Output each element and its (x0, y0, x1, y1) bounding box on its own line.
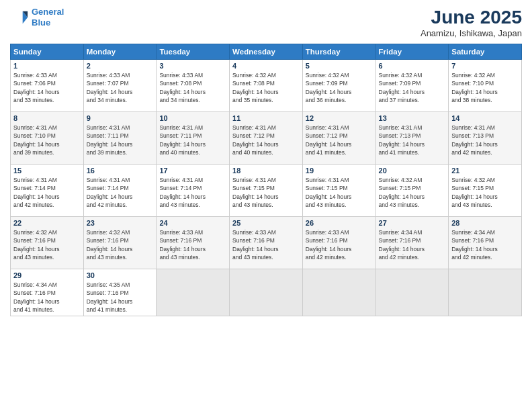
header: General Blue June 2025 Anamizu, Ishikawa… (10, 7, 522, 38)
day-number: 28 (451, 219, 519, 227)
calendar-cell: 8Sunrise: 4:31 AM Sunset: 7:10 PM Daylig… (11, 112, 84, 165)
day-info: Sunrise: 4:32 AM Sunset: 7:09 PM Dayligh… (379, 71, 446, 104)
col-tuesday: Tuesday (157, 44, 230, 60)
day-number: 21 (451, 167, 519, 175)
day-info: Sunrise: 4:31 AM Sunset: 7:12 PM Dayligh… (232, 124, 300, 156)
day-number: 3 (159, 62, 226, 70)
calendar-cell: 30Sunrise: 4:35 AM Sunset: 7:16 PM Dayli… (83, 269, 157, 316)
day-info: Sunrise: 4:31 AM Sunset: 7:15 PM Dayligh… (306, 176, 373, 209)
title-block: June 2025 Anamizu, Ishikawa, Japan (420, 7, 522, 38)
calendar-cell: 1Sunrise: 4:33 AM Sunset: 7:06 PM Daylig… (11, 60, 84, 112)
calendar-cell: 22Sunrise: 4:32 AM Sunset: 7:16 PM Dayli… (11, 217, 84, 269)
day-number: 4 (232, 62, 300, 70)
logo: General Blue (10, 7, 64, 28)
day-info: Sunrise: 4:31 AM Sunset: 7:15 PM Dayligh… (232, 176, 300, 209)
day-info: Sunrise: 4:32 AM Sunset: 7:16 PM Dayligh… (13, 228, 81, 261)
calendar-cell: 3Sunrise: 4:33 AM Sunset: 7:08 PM Daylig… (157, 60, 230, 112)
day-info: Sunrise: 4:32 AM Sunset: 7:15 PM Dayligh… (379, 176, 446, 209)
logo-line2: Blue (32, 17, 64, 28)
calendar-table: Sunday Monday Tuesday Wednesday Thursday… (10, 44, 522, 316)
subtitle: Anamizu, Ishikawa, Japan (420, 28, 522, 38)
day-info: Sunrise: 4:32 AM Sunset: 7:16 PM Dayligh… (87, 228, 154, 261)
day-info: Sunrise: 4:31 AM Sunset: 7:14 PM Dayligh… (87, 176, 154, 209)
day-number: 27 (379, 219, 446, 227)
day-info: Sunrise: 4:34 AM Sunset: 7:16 PM Dayligh… (451, 228, 519, 261)
col-wednesday: Wednesday (230, 44, 303, 60)
calendar-cell (449, 269, 522, 316)
calendar-cell: 28Sunrise: 4:34 AM Sunset: 7:16 PM Dayli… (449, 217, 522, 269)
calendar-cell: 15Sunrise: 4:31 AM Sunset: 7:14 PM Dayli… (11, 165, 84, 217)
col-sunday: Sunday (11, 44, 84, 60)
day-info: Sunrise: 4:35 AM Sunset: 7:16 PM Dayligh… (87, 281, 154, 314)
main-title: June 2025 (420, 7, 522, 28)
calendar-cell (375, 269, 449, 316)
logo-line1: General (32, 7, 64, 17)
day-info: Sunrise: 4:32 AM Sunset: 7:10 PM Dayligh… (451, 71, 519, 104)
day-info: Sunrise: 4:34 AM Sunset: 7:16 PM Dayligh… (13, 281, 81, 314)
calendar-cell: 11Sunrise: 4:31 AM Sunset: 7:12 PM Dayli… (230, 112, 303, 165)
day-info: Sunrise: 4:32 AM Sunset: 7:08 PM Dayligh… (232, 71, 300, 104)
day-number: 19 (306, 167, 373, 175)
day-info: Sunrise: 4:33 AM Sunset: 7:16 PM Dayligh… (232, 228, 300, 261)
day-number: 12 (306, 114, 373, 122)
day-info: Sunrise: 4:31 AM Sunset: 7:13 PM Dayligh… (379, 124, 446, 156)
day-number: 16 (87, 167, 154, 175)
calendar-cell (230, 269, 303, 316)
calendar-cell: 4Sunrise: 4:32 AM Sunset: 7:08 PM Daylig… (230, 60, 303, 112)
calendar-cell: 29Sunrise: 4:34 AM Sunset: 7:16 PM Dayli… (11, 269, 84, 316)
calendar-cell: 26Sunrise: 4:33 AM Sunset: 7:16 PM Dayli… (302, 217, 375, 269)
day-number: 25 (232, 219, 300, 227)
calendar-cell: 17Sunrise: 4:31 AM Sunset: 7:14 PM Dayli… (157, 165, 230, 217)
day-info: Sunrise: 4:31 AM Sunset: 7:11 PM Dayligh… (159, 124, 226, 156)
calendar-cell: 9Sunrise: 4:31 AM Sunset: 7:11 PM Daylig… (83, 112, 157, 165)
day-number: 7 (451, 62, 519, 70)
day-info: Sunrise: 4:33 AM Sunset: 7:16 PM Dayligh… (159, 228, 226, 261)
day-info: Sunrise: 4:31 AM Sunset: 7:11 PM Dayligh… (87, 124, 154, 156)
day-number: 24 (159, 219, 226, 227)
day-number: 18 (232, 167, 300, 175)
day-number: 14 (451, 114, 519, 122)
day-number: 6 (379, 62, 446, 70)
day-number: 11 (232, 114, 300, 122)
calendar-cell (157, 269, 230, 316)
day-info: Sunrise: 4:34 AM Sunset: 7:16 PM Dayligh… (379, 228, 446, 261)
calendar-header-row: Sunday Monday Tuesday Wednesday Thursday… (11, 44, 522, 60)
logo-text: General Blue (32, 7, 64, 28)
day-number: 1 (13, 62, 81, 70)
day-number: 13 (379, 114, 446, 122)
day-info: Sunrise: 4:31 AM Sunset: 7:14 PM Dayligh… (13, 176, 81, 209)
calendar-cell: 5Sunrise: 4:32 AM Sunset: 7:09 PM Daylig… (302, 60, 375, 112)
calendar-cell: 10Sunrise: 4:31 AM Sunset: 7:11 PM Dayli… (157, 112, 230, 165)
day-number: 23 (87, 219, 154, 227)
calendar-cell: 27Sunrise: 4:34 AM Sunset: 7:16 PM Dayli… (375, 217, 449, 269)
calendar-cell: 19Sunrise: 4:31 AM Sunset: 7:15 PM Dayli… (302, 165, 375, 217)
calendar-cell: 25Sunrise: 4:33 AM Sunset: 7:16 PM Dayli… (230, 217, 303, 269)
calendar-cell: 12Sunrise: 4:31 AM Sunset: 7:12 PM Dayli… (302, 112, 375, 165)
calendar-cell: 2Sunrise: 4:33 AM Sunset: 7:07 PM Daylig… (83, 60, 157, 112)
day-info: Sunrise: 4:31 AM Sunset: 7:12 PM Dayligh… (306, 124, 373, 156)
day-info: Sunrise: 4:33 AM Sunset: 7:06 PM Dayligh… (13, 71, 81, 104)
day-info: Sunrise: 4:31 AM Sunset: 7:14 PM Dayligh… (159, 176, 226, 209)
day-info: Sunrise: 4:33 AM Sunset: 7:07 PM Dayligh… (87, 71, 154, 104)
calendar-cell: 21Sunrise: 4:32 AM Sunset: 7:15 PM Dayli… (449, 165, 522, 217)
day-number: 29 (13, 271, 81, 279)
day-number: 30 (87, 271, 154, 279)
day-info: Sunrise: 4:33 AM Sunset: 7:16 PM Dayligh… (306, 228, 373, 261)
logo-icon (10, 8, 29, 27)
day-info: Sunrise: 4:31 AM Sunset: 7:13 PM Dayligh… (451, 124, 519, 156)
calendar-cell: 13Sunrise: 4:31 AM Sunset: 7:13 PM Dayli… (375, 112, 449, 165)
calendar-cell: 7Sunrise: 4:32 AM Sunset: 7:10 PM Daylig… (449, 60, 522, 112)
day-info: Sunrise: 4:32 AM Sunset: 7:15 PM Dayligh… (451, 176, 519, 209)
calendar-cell: 23Sunrise: 4:32 AM Sunset: 7:16 PM Dayli… (83, 217, 157, 269)
col-saturday: Saturday (449, 44, 522, 60)
day-number: 17 (159, 167, 226, 175)
page: General Blue June 2025 Anamizu, Ishikawa… (0, 0, 532, 411)
day-number: 2 (87, 62, 154, 70)
calendar-cell: 14Sunrise: 4:31 AM Sunset: 7:13 PM Dayli… (449, 112, 522, 165)
calendar-cell: 24Sunrise: 4:33 AM Sunset: 7:16 PM Dayli… (157, 217, 230, 269)
day-number: 8 (13, 114, 81, 122)
day-number: 20 (379, 167, 446, 175)
day-number: 15 (13, 167, 81, 175)
calendar-cell (302, 269, 375, 316)
day-number: 10 (159, 114, 226, 122)
